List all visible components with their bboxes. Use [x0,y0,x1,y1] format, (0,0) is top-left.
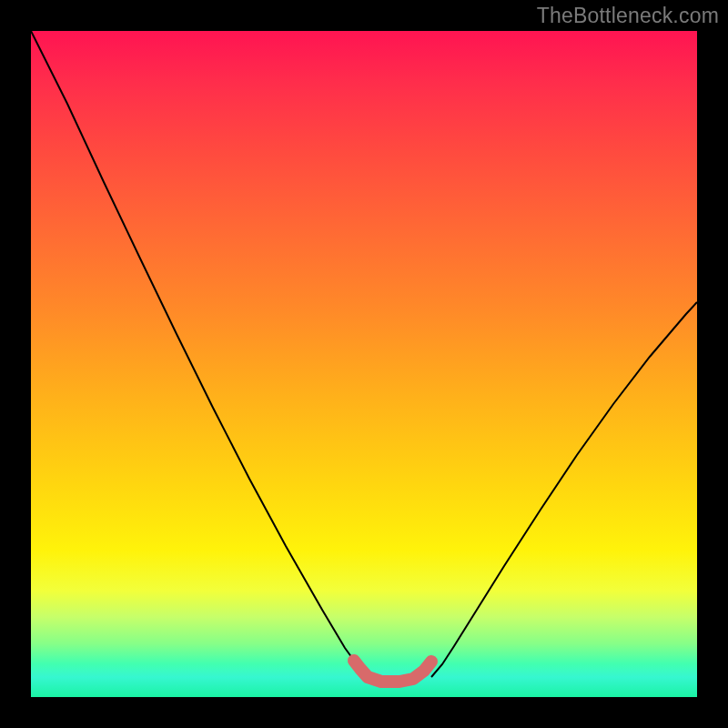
series-valley-highlight [354,661,431,682]
chart-frame: TheBottleneck.com [0,0,728,728]
chart-plot-area [31,31,697,697]
watermark-text: TheBottleneck.com [537,4,719,28]
series-right-curve [431,302,697,677]
chart-svg [31,31,697,697]
series-left-curve [31,31,368,677]
